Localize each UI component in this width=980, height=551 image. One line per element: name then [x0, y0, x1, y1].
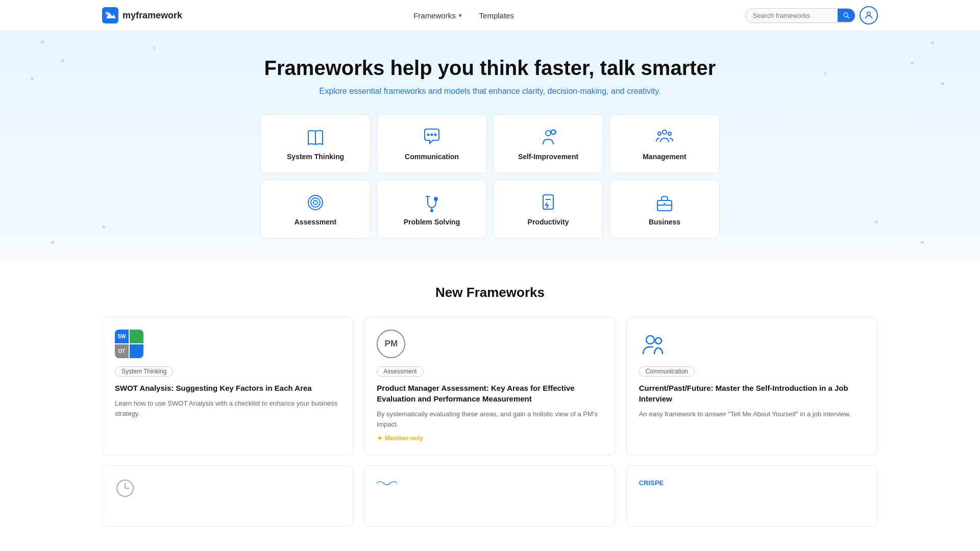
stethoscope-icon — [422, 192, 442, 213]
swot-tag: System Thinking — [115, 366, 173, 377]
svg-point-4 — [867, 12, 871, 15]
category-system-thinking-label: System Thinking — [287, 153, 344, 161]
pm-title: Product Manager Assessment: Key Areas fo… — [377, 383, 603, 404]
category-assessment-label: Assessment — [295, 218, 337, 226]
search-button[interactable] — [838, 9, 855, 22]
pm-tag: Assessment — [377, 366, 423, 377]
category-system-thinking[interactable]: System Thinking — [260, 114, 371, 173]
comm-title: Current/Past/Future: Master the Self-Int… — [639, 383, 865, 404]
comm-tag: Communication — [639, 366, 695, 377]
hero-section: Frameworks help you think faster, talk s… — [0, 31, 980, 259]
category-business[interactable]: Business — [609, 180, 720, 239]
comm-desc: An easy framework to answer "Tell Me Abo… — [639, 409, 865, 419]
nav-frameworks[interactable]: Frameworks ▼ — [413, 11, 462, 20]
category-communication-label: Communication — [405, 153, 459, 161]
comm-logo — [639, 330, 668, 358]
card-image-pm: PM — [377, 330, 603, 358]
header: myframework Frameworks ▼ Templates — [0, 0, 980, 31]
chat-icon — [422, 127, 442, 147]
card-image-swot: SW OT — [115, 330, 341, 358]
search-area — [745, 6, 878, 24]
category-assessment[interactable]: Assessment — [260, 180, 371, 239]
search-wrap — [745, 8, 855, 23]
swot-title: SWOT Analysis: Suggesting Key Factors in… — [115, 383, 341, 393]
svg-point-15 — [311, 198, 320, 207]
pm-desc: By systematically evaluating these areas… — [377, 409, 603, 429]
communication-icon — [639, 330, 668, 358]
bottom-card-1[interactable] — [102, 465, 354, 527]
frameworks-grid: SW OT System Thinking SWOT Analysis: Sug… — [102, 317, 878, 455]
category-communication[interactable]: Communication — [377, 114, 487, 173]
user-icon — [864, 10, 874, 20]
category-business-label: Business — [649, 218, 680, 226]
svg-point-1 — [106, 12, 109, 15]
category-problem-solving[interactable]: Problem Solving — [377, 180, 487, 239]
category-management[interactable]: Management — [609, 114, 720, 173]
chevron-down-icon: ▼ — [458, 13, 463, 18]
svg-point-8 — [435, 134, 436, 136]
svg-point-17 — [434, 197, 437, 201]
lightning-icon — [538, 192, 558, 213]
bottom-card-3[interactable]: CRISPE — [626, 465, 878, 527]
svg-point-25 — [646, 336, 654, 344]
clock-icon — [115, 478, 135, 498]
swot-logo: SW OT — [115, 330, 143, 358]
new-frameworks-section: New Frameworks SW OT System Thinking SWO… — [0, 259, 980, 551]
svg-point-11 — [663, 130, 667, 134]
pm-logo: PM — [377, 330, 405, 358]
svg-point-13 — [668, 132, 671, 135]
svg-point-7 — [431, 134, 433, 136]
card-image-comm — [639, 330, 865, 358]
svg-point-6 — [428, 134, 429, 136]
search-icon — [843, 12, 850, 19]
logo[interactable]: myframework — [102, 7, 182, 23]
person-gear-icon — [538, 127, 558, 147]
framework-card-swot[interactable]: SW OT System Thinking SWOT Analysis: Sug… — [102, 317, 354, 455]
bottom-card-2[interactable] — [364, 465, 616, 527]
category-productivity-label: Productivity — [528, 218, 569, 226]
member-only-badge: ✦ Member-only — [377, 434, 603, 442]
briefcase-icon — [654, 192, 675, 213]
svg-point-12 — [658, 132, 661, 135]
people-icon — [654, 127, 675, 147]
book-icon — [305, 127, 326, 147]
svg-point-9 — [546, 131, 551, 136]
search-input[interactable] — [746, 9, 838, 22]
target-icon — [305, 192, 326, 213]
wave-icon — [377, 478, 397, 488]
svg-point-26 — [655, 338, 662, 344]
svg-point-10 — [551, 130, 555, 134]
swot-desc: Learn how to use SWOT Analysis with a ch… — [115, 398, 341, 418]
nav-templates[interactable]: Templates — [479, 11, 514, 20]
crispe-tag: CRISPE — [639, 479, 664, 487]
category-problem-solving-label: Problem Solving — [404, 218, 460, 226]
section-title: New Frameworks — [102, 285, 878, 300]
svg-point-16 — [313, 201, 317, 205]
framework-card-comm[interactable]: Communication Current/Past/Future: Maste… — [626, 317, 878, 455]
framework-card-pm[interactable]: PM Assessment Product Manager Assessment… — [364, 317, 616, 455]
main-nav: Frameworks ▼ Templates — [413, 11, 514, 20]
category-productivity[interactable]: Productivity — [493, 180, 603, 239]
logo-icon — [102, 7, 118, 23]
category-self-improvement[interactable]: Self-Improvement — [493, 114, 603, 173]
logo-text: myframework — [122, 10, 182, 21]
svg-rect-20 — [543, 195, 553, 209]
user-avatar-button[interactable] — [860, 6, 878, 24]
hero-title: Frameworks help you think faster, talk s… — [102, 57, 878, 80]
star-icon: ✦ — [377, 434, 383, 442]
category-management-label: Management — [643, 153, 687, 161]
category-self-improvement-label: Self-Improvement — [518, 153, 578, 161]
bottom-cards-row: CRISPE — [102, 465, 878, 527]
category-grid: System Thinking Communication Self-Impro… — [260, 114, 720, 239]
svg-line-3 — [847, 16, 849, 18]
svg-point-18 — [431, 210, 433, 212]
hero-subtitle: Explore essential frameworks and models … — [102, 87, 878, 96]
